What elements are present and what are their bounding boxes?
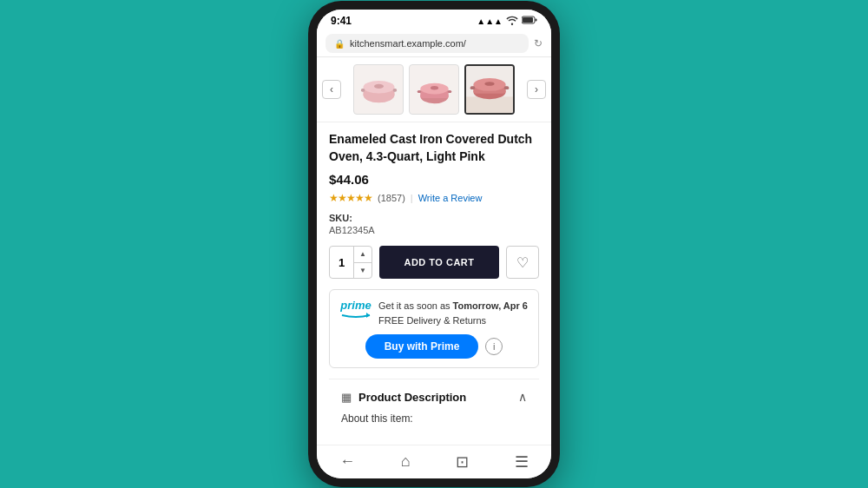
status-bar: 9:41 ▲▲▲ xyxy=(317,10,551,30)
description-icon: ▦ xyxy=(341,391,352,404)
quantity-value: 1 xyxy=(330,247,354,278)
svg-rect-16 xyxy=(466,96,513,113)
prime-info-icon[interactable]: i xyxy=(485,338,503,355)
svg-point-20 xyxy=(484,82,494,86)
prime-section: prime Get it as soon as Tomorrow, Apr 6 … xyxy=(329,289,539,368)
write-review-link[interactable]: Write a Review xyxy=(418,193,483,203)
bottom-nav: ← ⌂ ⊡ ☰ xyxy=(317,445,551,478)
sku-value: AB12345A xyxy=(329,225,539,235)
url-bar[interactable]: 🔒 kitchensmart.example.com/ xyxy=(326,34,529,53)
desc-title-row: ▦ Product Description xyxy=(341,391,466,404)
svg-point-6 xyxy=(374,84,384,89)
signal-icon: ▲▲▲ xyxy=(477,16,503,26)
prime-arrow-svg xyxy=(340,312,372,319)
svg-rect-14 xyxy=(447,90,451,93)
svg-rect-7 xyxy=(360,89,365,92)
gallery-thumb-1[interactable] xyxy=(353,64,404,115)
description-header[interactable]: ▦ Product Description ∧ xyxy=(341,390,527,404)
cart-row: 1 ▲ ▼ ADD TO CART ♡ xyxy=(329,246,539,279)
rating-divider: | xyxy=(411,193,413,203)
buy-with-prime-button[interactable]: Buy with Prime xyxy=(365,334,479,359)
description-expand-icon[interactable]: ∧ xyxy=(518,390,527,404)
svg-rect-13 xyxy=(417,90,421,93)
status-time: 9:41 xyxy=(331,15,352,27)
product-description-section: ▦ Product Description ∧ About this item: xyxy=(329,379,539,435)
svg-rect-8 xyxy=(392,89,397,92)
nav-home-button[interactable]: ⌂ xyxy=(401,452,411,472)
quantity-selector[interactable]: 1 ▲ ▼ xyxy=(329,246,372,279)
quantity-arrows: ▲ ▼ xyxy=(354,247,372,278)
prime-delivery-prefix: Get it as soon as xyxy=(378,300,450,311)
quantity-decrement[interactable]: ▼ xyxy=(354,263,372,279)
rating-row: ★★★★★ (1857) | Write a Review xyxy=(329,192,539,204)
prime-logo: prime xyxy=(340,299,372,319)
lock-icon: 🔒 xyxy=(334,39,345,49)
prime-top: prime Get it as soon as Tomorrow, Apr 6 … xyxy=(340,299,528,327)
sku-label: SKU: xyxy=(329,213,539,223)
product-info: Enameled Cast Iron Covered Dutch Oven, 4… xyxy=(317,122,551,444)
address-bar: 🔒 kitchensmart.example.com/ ↻ xyxy=(317,30,551,57)
svg-rect-2 xyxy=(536,19,537,22)
add-to-cart-button[interactable]: ADD TO CART xyxy=(379,246,499,279)
svg-point-12 xyxy=(431,86,438,90)
prime-delivery-text: Get it as soon as Tomorrow, Apr 6 FREE D… xyxy=(378,299,528,327)
wifi-icon xyxy=(506,16,518,27)
star-rating: ★★★★★ xyxy=(329,192,372,204)
product-price: $44.06 xyxy=(329,172,539,187)
wishlist-button[interactable]: ♡ xyxy=(506,246,539,279)
product-title: Enameled Cast Iron Covered Dutch Oven, 4… xyxy=(329,131,539,165)
gallery-next-button[interactable]: › xyxy=(527,80,546,99)
nav-menu-button[interactable]: ☰ xyxy=(515,452,529,472)
svg-marker-23 xyxy=(366,313,370,318)
gallery-thumb-2[interactable] xyxy=(409,64,459,115)
status-icons: ▲▲▲ xyxy=(477,16,537,27)
phone-frame: 9:41 ▲▲▲ 🔒 kitchensmart.example.com/ ↻ xyxy=(308,1,560,487)
product-content: ‹ xyxy=(317,57,551,445)
about-text: About this item: xyxy=(341,412,527,425)
sku-section: SKU: AB12345A xyxy=(329,213,539,235)
gallery-images xyxy=(346,64,522,115)
description-title: Product Description xyxy=(358,391,466,404)
prime-logo-text: prime xyxy=(340,299,371,312)
nav-back-button[interactable]: ← xyxy=(339,452,355,472)
phone-screen: 9:41 ▲▲▲ 🔒 kitchensmart.example.com/ ↻ xyxy=(317,10,551,478)
image-gallery: ‹ xyxy=(317,57,551,122)
gallery-prev-button[interactable]: ‹ xyxy=(322,80,341,99)
reload-icon[interactable]: ↻ xyxy=(534,37,542,49)
prime-btn-row: Buy with Prime i xyxy=(340,334,528,359)
svg-rect-22 xyxy=(504,86,510,89)
svg-rect-21 xyxy=(470,86,476,89)
url-text: kitchensmart.example.com/ xyxy=(350,38,520,49)
nav-pages-button[interactable]: ⊡ xyxy=(456,452,469,472)
prime-delivery-date: Tomorrow, Apr 6 xyxy=(453,300,528,311)
battery-icon xyxy=(522,16,537,26)
gallery-thumb-3[interactable] xyxy=(464,64,515,115)
quantity-increment[interactable]: ▲ xyxy=(354,247,372,263)
review-count: (1857) xyxy=(378,193,405,203)
svg-rect-1 xyxy=(523,17,533,23)
prime-free-delivery: FREE Delivery & Returns xyxy=(378,315,486,326)
